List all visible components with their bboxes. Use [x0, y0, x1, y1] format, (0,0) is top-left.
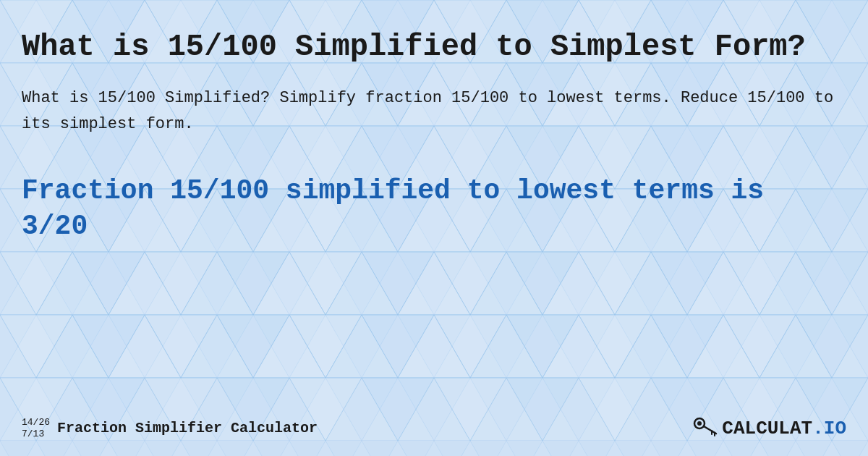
page-title: What is 15/100 Simplified to Simplest Fo… [22, 29, 846, 65]
result-heading: Fraction 15/100 simplified to lowest ter… [22, 173, 846, 245]
brand-label: Fraction Simplifier Calculator [57, 420, 318, 436]
calculat-word: CALCULAT [722, 418, 812, 439]
fraction-display: 14/26 7/13 [22, 417, 50, 439]
fraction-top: 14/26 [22, 417, 50, 428]
calculat-text-main: CALCULAT.IO [722, 418, 846, 439]
calculat-logo: CALCULAT.IO [692, 413, 846, 443]
description-text: What is 15/100 Simplified? Simplify frac… [22, 85, 846, 136]
key-icon [692, 413, 718, 443]
result-section: Fraction 15/100 simplified to lowest ter… [22, 173, 846, 245]
calculat-io: .IO [812, 418, 846, 439]
footer: 14/26 7/13 Fraction Simplifier Calculato… [22, 413, 846, 443]
fraction-bottom: 7/13 [22, 428, 50, 440]
footer-left: 14/26 7/13 Fraction Simplifier Calculato… [22, 417, 318, 439]
svg-point-159 [697, 421, 702, 426]
footer-right: CALCULAT.IO [692, 413, 846, 443]
